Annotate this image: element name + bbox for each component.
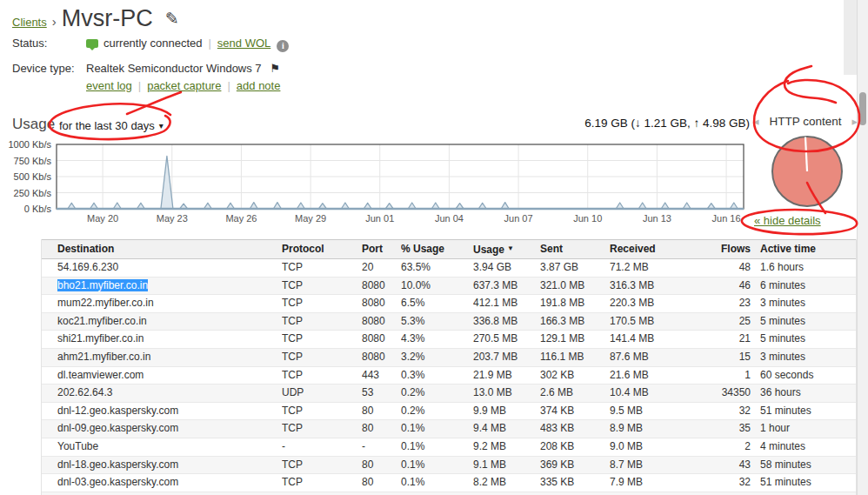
table-row[interactable]: bho21.myfiber.co.inTCP808010.0%637.3 MB3… — [42, 278, 856, 296]
cell: 4.3% — [401, 331, 473, 348]
packet-capture-link[interactable]: packet capture — [147, 79, 221, 92]
cell: 10.4 MB — [610, 385, 710, 402]
table-row[interactable]: 54.169.6.230TCP2063.5%3.94 GB3.87 GB71.2… — [42, 259, 856, 278]
svg-text:Jun 07: Jun 07 — [504, 213, 533, 224]
cell: TCP — [282, 474, 362, 492]
cell: 203.7 MB — [473, 349, 540, 366]
selected-text: bho21.myfiber.co.in — [57, 279, 148, 291]
table-row[interactable]: dnl-03.geo.kaspersky.comTCP800.1%8.2 MB3… — [42, 474, 856, 492]
column-header-flows[interactable]: Flows — [710, 240, 751, 258]
svg-text:Jun 10: Jun 10 — [573, 213, 602, 224]
cell: 166.3 MB — [540, 313, 610, 331]
status-value: currently connected — [103, 37, 202, 50]
cell: shi21.myfiber.co.in — [42, 331, 282, 348]
cell: dl.teamviewer.com — [42, 367, 282, 385]
send-wol-link[interactable]: send WOL — [217, 37, 270, 50]
cell: - — [282, 438, 362, 456]
cell: 32 — [710, 403, 751, 420]
cell: 116.1 MB — [540, 349, 610, 366]
cell: 1.6 hours — [751, 259, 856, 277]
cell: 1 hour — [751, 420, 856, 438]
cell: 21.6 MB — [610, 367, 710, 385]
cell: 8080 — [362, 278, 401, 295]
cell: 335 KB — [540, 474, 610, 492]
cell: 80 — [362, 403, 401, 420]
column-header-protocol[interactable]: Protocol — [282, 240, 362, 258]
scrollbar-thumb[interactable] — [859, 92, 866, 125]
usage-totals: 6.19 GB (↓ 1.21 GB, ↑ 4.98 GB) — [522, 117, 750, 130]
cell: 48 — [710, 259, 751, 277]
svg-text:Jun 16: Jun 16 — [712, 213, 741, 224]
cell: 208 KB — [540, 438, 610, 456]
cell: 637.3 MB — [473, 278, 540, 295]
column-header-destination[interactable]: Destination — [42, 240, 282, 258]
cell: 0.1% — [401, 457, 473, 474]
column-header-received[interactable]: Received — [610, 240, 710, 258]
cell: 60 seconds — [751, 367, 856, 385]
cell: dnl-12.geo.kaspersky.com — [42, 403, 282, 420]
cell: TCP — [282, 278, 362, 295]
cell: 3.87 GB — [540, 259, 610, 277]
cell: bho21.myfiber.co.in — [42, 278, 282, 295]
table-row[interactable]: YouTube--0.1%9.2 MB208 KB9.0 MB24 minute… — [42, 438, 856, 457]
table-row[interactable]: mum22.myfiber.co.inTCP80806.5%412.1 MB19… — [42, 295, 856, 313]
cell: 2 — [710, 438, 751, 456]
cell: TCP — [282, 457, 362, 474]
cell: 4 minutes — [751, 438, 856, 456]
cell: 374 KB — [540, 403, 610, 420]
device-type-label: Device type: — [12, 62, 86, 75]
divider: | — [138, 79, 141, 92]
add-note-link[interactable]: add note — [237, 79, 281, 92]
column-header-port[interactable]: Port — [362, 240, 401, 258]
table-row[interactable]: koc21.myfiber.co.inTCP80805.3%336.8 MB16… — [42, 313, 856, 331]
cell: 8080 — [362, 295, 401, 312]
event-log-link[interactable]: event log — [86, 79, 132, 92]
http-content-pie-chart[interactable] — [767, 132, 847, 212]
table-row[interactable]: shi21.myfiber.co.inTCP80804.3%270.5 MB12… — [42, 331, 856, 349]
cell: 0.1% — [401, 474, 473, 492]
cell: 0.1% — [401, 438, 473, 456]
connected-client-icon — [86, 39, 98, 48]
info-icon[interactable]: i — [277, 40, 289, 52]
cell: 13.0 MB — [473, 385, 540, 402]
cell: 3.2% — [401, 349, 473, 366]
cell: 63.5% — [401, 259, 473, 277]
cell: 170.5 MB — [610, 313, 710, 331]
table-row[interactable]: dnl-12.geo.kaspersky.comTCP800.2%9.9 MB3… — [42, 403, 856, 421]
breadcrumb-clients-link[interactable]: Clients — [12, 16, 47, 29]
annotation-tail-time-range — [127, 92, 181, 114]
hide-details-link[interactable]: « hide details — [754, 214, 821, 227]
client-details-page: Clients › Mvsr-PC ✎ Status:currently con… — [0, 0, 868, 495]
cell: 21 — [710, 331, 751, 348]
device-type-row: Device type:Realtek Semiconductor Window… — [12, 62, 280, 75]
table-row[interactable]: dnl-18.geo.kaspersky.comTCP800.1%9.1 MB3… — [42, 457, 856, 475]
cell: 36 hours — [751, 385, 856, 402]
table-row[interactable]: ahm21.myfiber.co.inTCP80803.2%203.7 MB11… — [42, 349, 856, 367]
column-header-usage[interactable]: Usage▼ — [473, 240, 540, 258]
flag-icon[interactable]: ⚑ — [270, 62, 281, 75]
table-header: DestinationProtocolPort% UsageUsage▼Sent… — [42, 239, 856, 259]
column-header--usage[interactable]: % Usage — [401, 240, 473, 258]
column-header-active-time[interactable]: Active time — [751, 240, 856, 258]
page-title: Mvsr-PC — [62, 5, 153, 32]
table-row[interactable]: 202.62.64.3UDP530.2%13.0 MB2.6 MB10.4 MB… — [42, 385, 856, 403]
prev-category-icon[interactable]: ◂ — [753, 115, 759, 128]
svg-text:May 23: May 23 — [157, 213, 188, 224]
svg-text:May 29: May 29 — [295, 213, 326, 224]
svg-text:Jun 13: Jun 13 — [643, 213, 671, 224]
time-range-dropdown[interactable]: for the last 30 days▾ — [59, 119, 164, 132]
cell: 9.5 MB — [610, 403, 710, 420]
cell: TCP — [282, 349, 362, 366]
edit-pencil-icon[interactable]: ✎ — [165, 9, 179, 29]
table-row[interactable]: dnl-09.geo.kaspersky.comTCP800.1%9.4 MB4… — [42, 420, 856, 438]
cell: TCP — [282, 331, 362, 348]
table-row[interactable]: dl.teamviewer.comTCP4430.3%21.9 MB302 KB… — [42, 367, 856, 385]
cell: - — [362, 438, 401, 456]
cell: 15 — [710, 349, 751, 366]
column-header-sent[interactable]: Sent — [540, 240, 610, 258]
sort-desc-icon: ▼ — [507, 244, 514, 252]
vertical-scrollbar[interactable] — [857, 0, 868, 495]
cell: ahm21.myfiber.co.in — [42, 349, 282, 366]
status-label: Status: — [12, 37, 86, 50]
cell: 9.1 MB — [473, 457, 540, 474]
